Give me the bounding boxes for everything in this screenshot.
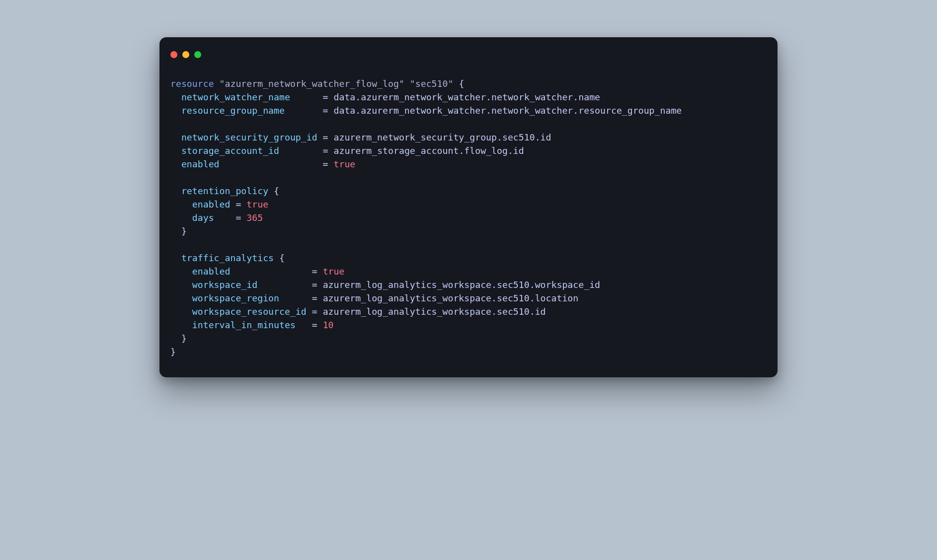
brace-close: } [170, 347, 176, 357]
tf-val-ta-workspace-resource-id: azurerm_log_analytics_workspace.sec510.i… [323, 306, 546, 317]
tf-prop-enabled: enabled [181, 159, 220, 169]
eq-op: = [312, 320, 317, 330]
code-window: resource "azurerm_network_watcher_flow_l… [159, 37, 778, 377]
tf-val-network-watcher-name: data.azurerm_network_watcher.network_wat… [334, 92, 601, 102]
tf-val-resource-group-name: data.azurerm_network_watcher.network_wat… [334, 105, 682, 116]
tf-prop-network-watcher-name: network_watcher_name [181, 92, 290, 102]
tf-prop-nsg-id: network_security_group_id [181, 132, 317, 142]
tf-prop-retention-days: days [192, 212, 214, 223]
code-block[interactable]: resource "azurerm_network_watcher_flow_l… [159, 77, 778, 358]
tf-val-retention-enabled: true [246, 199, 268, 210]
tf-val-ta-workspace-region: azurerm_log_analytics_workspace.sec510.l… [323, 293, 579, 303]
tf-keyword-resource: resource [170, 78, 214, 89]
tf-val-ta-interval: 10 [323, 320, 334, 330]
eq-op: = [323, 159, 328, 169]
brace-close: } [181, 226, 187, 236]
brace-open: { [459, 78, 464, 89]
tf-prop-storage-account-id: storage_account_id [181, 145, 279, 156]
tf-resource-name: "sec510" [410, 78, 454, 89]
eq-op: = [312, 306, 317, 317]
tf-prop-ta-workspace-region: workspace_region [192, 293, 279, 303]
eq-op: = [323, 105, 328, 116]
tf-block-retention-policy: retention_policy [181, 186, 268, 196]
tf-prop-retention-enabled: enabled [192, 199, 231, 210]
eq-op: = [323, 132, 328, 142]
tf-block-traffic-analytics: traffic_analytics [181, 253, 274, 263]
window-minimize-icon[interactable] [182, 51, 189, 58]
tf-prop-ta-workspace-resource-id: workspace_resource_id [192, 306, 307, 317]
brace-open: { [274, 186, 279, 196]
brace-open: { [279, 253, 285, 263]
tf-val-ta-workspace-id: azurerm_log_analytics_workspace.sec510.w… [323, 280, 600, 290]
eq-op: = [323, 92, 328, 102]
eq-op: = [323, 145, 328, 156]
eq-op: = [312, 266, 317, 277]
tf-prop-ta-workspace-id: workspace_id [192, 280, 257, 290]
eq-op: = [312, 280, 317, 290]
tf-prop-resource-group-name: resource_group_name [181, 105, 285, 116]
window-close-icon[interactable] [170, 51, 177, 58]
tf-val-ta-enabled: true [323, 266, 345, 277]
tf-val-nsg-id: azurerm_network_security_group.sec510.id [334, 132, 551, 142]
window-traffic-lights [159, 51, 778, 58]
tf-val-enabled: true [334, 159, 356, 169]
tf-prop-ta-interval: interval_in_minutes [192, 320, 296, 330]
eq-op: = [235, 199, 241, 210]
brace-close: } [181, 333, 187, 344]
tf-resource-type: "azurerm_network_watcher_flow_log" [220, 78, 404, 89]
eq-op: = [235, 212, 241, 223]
eq-op: = [312, 293, 317, 303]
window-maximize-icon[interactable] [194, 51, 201, 58]
tf-val-storage-account-id: azurerm_storage_account.flow_log.id [334, 145, 524, 156]
tf-val-retention-days: 365 [246, 212, 263, 223]
tf-prop-ta-enabled: enabled [192, 266, 231, 277]
